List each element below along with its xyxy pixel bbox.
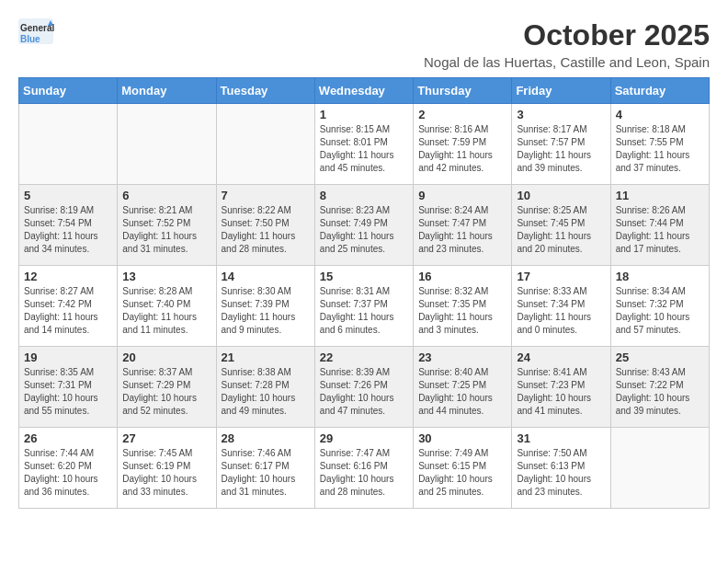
calendar-day-cell: 31Sunrise: 7:50 AM Sunset: 6:13 PM Dayli… — [512, 428, 610, 509]
day-number: 28 — [222, 431, 310, 445]
calendar-table: SundayMondayTuesdayWednesdayThursdayFrid… — [18, 77, 710, 509]
day-info: Sunrise: 8:17 AM Sunset: 7:57 PM Dayligh… — [517, 123, 605, 175]
day-number: 11 — [616, 189, 704, 202]
day-info: Sunrise: 8:39 AM Sunset: 7:26 PM Dayligh… — [320, 366, 408, 418]
calendar-day-cell: 24Sunrise: 8:41 AM Sunset: 7:23 PM Dayli… — [512, 347, 610, 428]
day-info: Sunrise: 7:45 AM Sunset: 6:19 PM Dayligh… — [122, 447, 210, 499]
day-info: Sunrise: 8:30 AM Sunset: 7:39 PM Dayligh… — [222, 285, 310, 337]
calendar-day-cell — [118, 104, 216, 185]
svg-text:Blue: Blue — [20, 34, 40, 44]
day-info: Sunrise: 8:28 AM Sunset: 7:40 PM Dayligh… — [122, 285, 210, 337]
calendar-day-cell — [610, 428, 709, 509]
calendar-day-cell: 30Sunrise: 7:49 AM Sunset: 6:15 PM Dayli… — [414, 428, 512, 509]
day-number: 10 — [517, 189, 605, 202]
weekday-header-monday: Monday — [118, 78, 216, 104]
weekday-header-tuesday: Tuesday — [216, 78, 314, 104]
day-info: Sunrise: 8:43 AM Sunset: 7:22 PM Dayligh… — [616, 366, 704, 418]
day-info: Sunrise: 7:49 AM Sunset: 6:15 PM Dayligh… — [418, 447, 506, 499]
calendar-header: General Blue October 2025 Nogal de las H… — [18, 18, 710, 70]
day-info: Sunrise: 8:32 AM Sunset: 7:35 PM Dayligh… — [418, 285, 506, 337]
calendar-week-row: 26Sunrise: 7:44 AM Sunset: 6:20 PM Dayli… — [19, 428, 710, 509]
calendar-day-cell: 11Sunrise: 8:26 AM Sunset: 7:44 PM Dayli… — [610, 185, 709, 266]
calendar-header-row: SundayMondayTuesdayWednesdayThursdayFrid… — [19, 78, 710, 104]
calendar-day-cell: 15Sunrise: 8:31 AM Sunset: 7:37 PM Dayli… — [314, 266, 413, 347]
day-info: Sunrise: 8:25 AM Sunset: 7:45 PM Dayligh… — [517, 204, 605, 256]
calendar-day-cell: 23Sunrise: 8:40 AM Sunset: 7:25 PM Dayli… — [414, 347, 512, 428]
day-info: Sunrise: 8:37 AM Sunset: 7:29 PM Dayligh… — [122, 366, 210, 418]
day-number: 29 — [320, 431, 408, 445]
logo-icon: General Blue — [18, 18, 55, 46]
day-number: 12 — [24, 270, 112, 283]
calendar-day-cell: 7Sunrise: 8:22 AM Sunset: 7:50 PM Daylig… — [216, 185, 314, 266]
calendar-body: 1Sunrise: 8:15 AM Sunset: 8:01 PM Daylig… — [19, 104, 710, 509]
day-info: Sunrise: 7:44 AM Sunset: 6:20 PM Dayligh… — [24, 447, 112, 499]
calendar-day-cell: 18Sunrise: 8:34 AM Sunset: 7:32 PM Dayli… — [610, 266, 709, 347]
day-number: 19 — [24, 350, 112, 364]
location-title: Nogal de las Huertas, Castille and Leon,… — [424, 54, 710, 70]
calendar-day-cell: 14Sunrise: 8:30 AM Sunset: 7:39 PM Dayli… — [216, 266, 314, 347]
calendar-day-cell: 21Sunrise: 8:38 AM Sunset: 7:28 PM Dayli… — [216, 347, 314, 428]
calendar-day-cell: 10Sunrise: 8:25 AM Sunset: 7:45 PM Dayli… — [512, 185, 610, 266]
calendar-day-cell — [19, 104, 118, 185]
calendar-day-cell: 17Sunrise: 8:33 AM Sunset: 7:34 PM Dayli… — [512, 266, 610, 347]
day-number: 3 — [517, 108, 605, 121]
day-info: Sunrise: 8:15 AM Sunset: 8:01 PM Dayligh… — [320, 123, 408, 175]
day-info: Sunrise: 8:34 AM Sunset: 7:32 PM Dayligh… — [616, 285, 704, 337]
calendar-day-cell: 13Sunrise: 8:28 AM Sunset: 7:40 PM Dayli… — [118, 266, 216, 347]
day-number: 7 — [222, 189, 310, 202]
calendar-day-cell: 3Sunrise: 8:17 AM Sunset: 7:57 PM Daylig… — [512, 104, 610, 185]
calendar-week-row: 1Sunrise: 8:15 AM Sunset: 8:01 PM Daylig… — [19, 104, 710, 185]
calendar-day-cell: 27Sunrise: 7:45 AM Sunset: 6:19 PM Dayli… — [118, 428, 216, 509]
month-title: October 2025 — [424, 18, 710, 52]
day-info: Sunrise: 8:18 AM Sunset: 7:55 PM Dayligh… — [616, 123, 704, 175]
weekday-header-saturday: Saturday — [610, 78, 709, 104]
calendar-day-cell: 29Sunrise: 7:47 AM Sunset: 6:16 PM Dayli… — [314, 428, 413, 509]
day-info: Sunrise: 7:50 AM Sunset: 6:13 PM Dayligh… — [517, 447, 605, 499]
calendar-day-cell: 28Sunrise: 7:46 AM Sunset: 6:17 PM Dayli… — [216, 428, 314, 509]
day-info: Sunrise: 8:23 AM Sunset: 7:49 PM Dayligh… — [320, 204, 408, 256]
day-info: Sunrise: 7:46 AM Sunset: 6:17 PM Dayligh… — [222, 447, 310, 499]
calendar-day-cell: 8Sunrise: 8:23 AM Sunset: 7:49 PM Daylig… — [314, 185, 413, 266]
calendar-day-cell: 12Sunrise: 8:27 AM Sunset: 7:42 PM Dayli… — [19, 266, 118, 347]
calendar-day-cell: 1Sunrise: 8:15 AM Sunset: 8:01 PM Daylig… — [314, 104, 413, 185]
calendar-day-cell — [216, 104, 314, 185]
day-info: Sunrise: 8:38 AM Sunset: 7:28 PM Dayligh… — [222, 366, 310, 418]
day-number: 23 — [418, 350, 506, 364]
calendar-week-row: 5Sunrise: 8:19 AM Sunset: 7:54 PM Daylig… — [19, 185, 710, 266]
weekday-header-friday: Friday — [512, 78, 610, 104]
day-number: 15 — [320, 270, 408, 283]
day-info: Sunrise: 8:41 AM Sunset: 7:23 PM Dayligh… — [517, 366, 605, 418]
day-number: 6 — [122, 189, 210, 202]
calendar-day-cell: 20Sunrise: 8:37 AM Sunset: 7:29 PM Dayli… — [118, 347, 216, 428]
day-number: 1 — [320, 108, 408, 121]
day-info: Sunrise: 8:27 AM Sunset: 7:42 PM Dayligh… — [24, 285, 112, 337]
calendar-day-cell: 19Sunrise: 8:35 AM Sunset: 7:31 PM Dayli… — [19, 347, 118, 428]
calendar-week-row: 12Sunrise: 8:27 AM Sunset: 7:42 PM Dayli… — [19, 266, 710, 347]
day-number: 8 — [320, 189, 408, 202]
day-number: 21 — [222, 350, 310, 364]
calendar-day-cell: 25Sunrise: 8:43 AM Sunset: 7:22 PM Dayli… — [610, 347, 709, 428]
calendar-day-cell: 6Sunrise: 8:21 AM Sunset: 7:52 PM Daylig… — [118, 185, 216, 266]
weekday-header-sunday: Sunday — [19, 78, 118, 104]
calendar-day-cell: 2Sunrise: 8:16 AM Sunset: 7:59 PM Daylig… — [414, 104, 512, 185]
day-number: 9 — [418, 189, 506, 202]
calendar-day-cell: 22Sunrise: 8:39 AM Sunset: 7:26 PM Dayli… — [314, 347, 413, 428]
day-info: Sunrise: 8:31 AM Sunset: 7:37 PM Dayligh… — [320, 285, 408, 337]
calendar-day-cell: 26Sunrise: 7:44 AM Sunset: 6:20 PM Dayli… — [19, 428, 118, 509]
day-info: Sunrise: 8:33 AM Sunset: 7:34 PM Dayligh… — [517, 285, 605, 337]
calendar-day-cell: 9Sunrise: 8:24 AM Sunset: 7:47 PM Daylig… — [414, 185, 512, 266]
day-number: 13 — [122, 270, 210, 283]
day-info: Sunrise: 7:47 AM Sunset: 6:16 PM Dayligh… — [320, 447, 408, 499]
calendar-day-cell: 5Sunrise: 8:19 AM Sunset: 7:54 PM Daylig… — [19, 185, 118, 266]
day-number: 4 — [616, 108, 704, 121]
day-number: 16 — [418, 270, 506, 283]
day-info: Sunrise: 8:26 AM Sunset: 7:44 PM Dayligh… — [616, 204, 704, 256]
weekday-header-row: SundayMondayTuesdayWednesdayThursdayFrid… — [19, 78, 710, 104]
day-number: 14 — [222, 270, 310, 283]
day-number: 26 — [24, 431, 112, 445]
calendar-day-cell: 16Sunrise: 8:32 AM Sunset: 7:35 PM Dayli… — [414, 266, 512, 347]
day-number: 17 — [517, 270, 605, 283]
day-number: 22 — [320, 350, 408, 364]
weekday-header-wednesday: Wednesday — [314, 78, 413, 104]
day-number: 20 — [122, 350, 210, 364]
